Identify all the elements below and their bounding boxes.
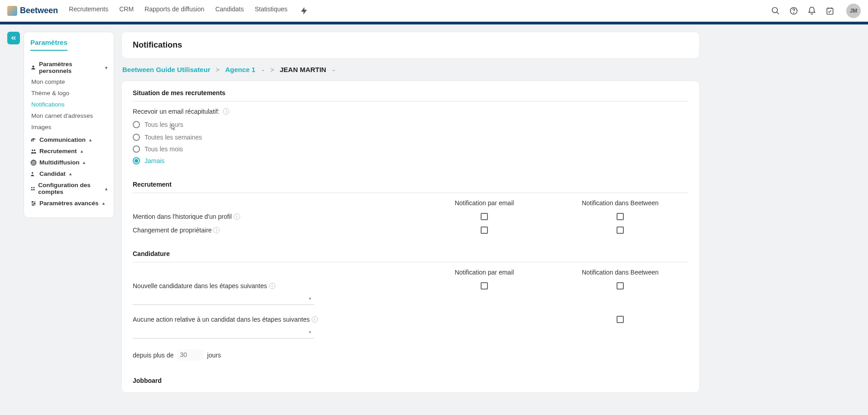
- page-title: Notifications: [133, 40, 688, 50]
- recrutement-row-mention: Mention dans l'historique d'un profil i: [133, 213, 688, 220]
- breadcrumb-sep: >: [216, 66, 220, 73]
- sidebar-group-recrutement[interactable]: Recrutement ▴: [30, 148, 107, 154]
- chevron-up-icon: ▴: [102, 201, 105, 206]
- sidebar-item-images[interactable]: Images: [31, 122, 107, 132]
- sidebar-group-config[interactable]: Configuration des comptes ▴: [30, 182, 107, 195]
- section-jobboard: Jobboard: [133, 377, 688, 384]
- svg-point-0: [772, 7, 778, 13]
- svg-point-15: [34, 203, 35, 203]
- since-suffix: jours: [207, 352, 221, 359]
- help-icon[interactable]: [788, 5, 799, 16]
- info-icon[interactable]: i: [223, 108, 229, 115]
- bolt-icon[interactable]: [299, 5, 309, 16]
- sidebar-item-mon-compte[interactable]: Mon compte: [31, 77, 107, 87]
- section-heading-jobboard: Jobboard: [133, 377, 688, 384]
- radio-monthly[interactable]: Tous les mois: [133, 145, 688, 153]
- svg-point-12: [31, 187, 33, 188]
- cursor-icon: [170, 123, 176, 133]
- checkbox-owner-app[interactable]: [617, 227, 624, 234]
- top-nav: Beetween Recrutements CRM Rapports de di…: [0, 0, 868, 22]
- checkbox-newcand-app[interactable]: [617, 282, 624, 290]
- dropdown-steps-new[interactable]: ▾: [133, 292, 314, 305]
- radio-icon: [133, 157, 140, 164]
- triangle-down-icon: ▾: [309, 330, 311, 334]
- candidature-row-new: Nouvelle candidature dans les étapes sui…: [133, 282, 688, 290]
- candidature-grid-head: Notification par email Notification dans…: [133, 269, 688, 276]
- sidebar-item-theme-logo[interactable]: Thème & logo: [31, 88, 107, 98]
- sidebar-group-avances[interactable]: Paramètres avancés ▴: [30, 200, 107, 207]
- since-days-row: depuis plus de jours: [133, 349, 688, 361]
- since-prefix: depuis plus de: [133, 352, 174, 359]
- brand-logo[interactable]: Beetween: [7, 6, 58, 16]
- triangle-down-icon: ▾: [309, 296, 311, 301]
- col-email: Notification par email: [416, 199, 552, 207]
- sidebar-group-personal[interactable]: Paramètres personnels ▾: [30, 61, 107, 74]
- nav-rapports[interactable]: Rapports de diffusion: [145, 5, 204, 16]
- nav-stats[interactable]: Statistiques: [255, 5, 287, 16]
- recrutement-row-owner: Changement de propriétaire i: [133, 227, 688, 234]
- sidebar-group-candidat[interactable]: Candidat ▴: [30, 170, 107, 177]
- sidebar-group-multidiffusion[interactable]: Multidiffusion ▴: [30, 159, 107, 166]
- nav-links: Recrutements CRM Rapports de diffusion C…: [69, 5, 770, 16]
- info-icon[interactable]: i: [213, 227, 220, 233]
- avatar-initials: JM: [850, 8, 858, 14]
- search-icon[interactable]: [770, 5, 781, 16]
- page-title-card: Notifications: [121, 32, 699, 58]
- breadcrumb-agency[interactable]: Agence 1: [225, 66, 256, 73]
- chevron-up-icon: ▴: [83, 160, 85, 165]
- breadcrumb-user-chevron-icon[interactable]: ⌄: [332, 67, 336, 72]
- radio-list-recap: Tous les jours Toutes les semaines Tous …: [133, 120, 688, 164]
- breadcrumb: Beetween Guide Utilisateur > Agence 1 ⌄ …: [121, 64, 699, 75]
- svg-point-13: [34, 187, 35, 188]
- radio-never[interactable]: Jamais: [133, 157, 688, 164]
- dropdown-steps-noaction[interactable]: ▾: [133, 326, 314, 338]
- breadcrumb-root[interactable]: Beetween Guide Utilisateur: [122, 66, 210, 73]
- section-heading-candidature: Candidature: [133, 250, 688, 262]
- checkbox-noaction-app[interactable]: [617, 316, 624, 323]
- svg-point-9: [32, 160, 35, 164]
- sidebar: Paramètres Paramètres personnels ▾ Mon c…: [24, 32, 114, 218]
- nav-crm[interactable]: CRM: [119, 5, 134, 16]
- checkbox-mention-app[interactable]: [617, 213, 624, 220]
- svg-point-7: [34, 149, 36, 151]
- info-icon[interactable]: i: [312, 316, 318, 323]
- chevron-up-icon: ▴: [81, 149, 83, 154]
- nav-recrutements[interactable]: Recrutements: [69, 5, 108, 16]
- section-candidature: Candidature Notification par email Notif…: [133, 250, 688, 361]
- radio-weekly[interactable]: Toutes les semaines: [133, 134, 688, 141]
- breadcrumb-sep: >: [270, 66, 275, 73]
- sidebar-item-carnet[interactable]: Mon carnet d'adresses: [31, 111, 107, 121]
- sidebar-item-notifications[interactable]: Notifications: [31, 100, 107, 109]
- sidebar-collapse-button[interactable]: [7, 32, 20, 44]
- radio-icon: [133, 121, 140, 128]
- calendar-icon[interactable]: [825, 5, 835, 16]
- breadcrumb-agency-chevron-icon[interactable]: ⌄: [261, 67, 265, 72]
- col-app: Notification dans Beetween: [552, 269, 688, 276]
- checkbox-newcand-email[interactable]: [481, 282, 488, 290]
- radio-daily[interactable]: Tous les jours: [133, 120, 688, 129]
- brand-name: Beetween: [20, 6, 58, 15]
- radio-icon: [133, 134, 140, 141]
- chevron-up-icon: ▴: [89, 137, 92, 142]
- svg-point-16: [33, 204, 34, 205]
- chevron-up-icon: ▴: [69, 171, 72, 176]
- sidebar-group-personal-label: Paramètres personnels: [39, 61, 101, 74]
- logo-icon: [7, 6, 17, 16]
- info-icon[interactable]: i: [269, 283, 275, 289]
- radio-icon: [133, 145, 140, 153]
- info-icon[interactable]: i: [234, 213, 240, 220]
- nav-candidats[interactable]: Candidats: [215, 5, 244, 16]
- since-days-input[interactable]: [177, 349, 203, 361]
- checkbox-owner-email[interactable]: [481, 227, 488, 234]
- sidebar-group-communication[interactable]: Communication ▴: [30, 136, 107, 143]
- recrutement-grid-head: Notification par email Notification dans…: [133, 199, 688, 207]
- section-situation: Situation de mes recrutements Recevoir u…: [133, 89, 688, 164]
- avatar[interactable]: JM: [846, 4, 861, 18]
- bell-icon[interactable]: [806, 5, 817, 16]
- chevron-up-icon: ▴: [105, 186, 107, 191]
- checkbox-mention-email[interactable]: [481, 213, 488, 220]
- candidature-row-noaction: Aucune action relative à un candidat dan…: [133, 316, 688, 323]
- svg-point-8: [33, 162, 34, 164]
- section-heading-recrutement: Recrutement: [133, 181, 688, 193]
- nav-icons: JM: [770, 4, 861, 18]
